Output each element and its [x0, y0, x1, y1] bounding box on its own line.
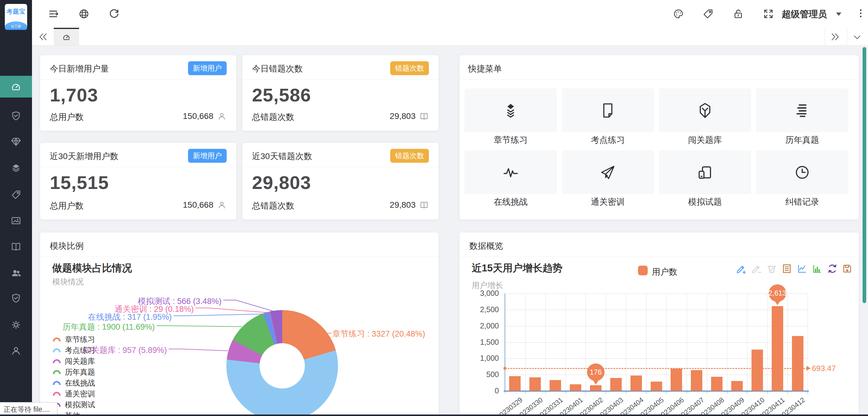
- quick-menu-item-chuangguan[interactable]: [659, 88, 751, 132]
- sidebar-item-profile[interactable]: [0, 340, 32, 362]
- quick-menu-item-tiaozhan[interactable]: [464, 150, 557, 194]
- x-axis-tick: [586, 391, 586, 394]
- users-icon: [10, 267, 22, 279]
- sidebar-item-settings[interactable]: [0, 314, 32, 336]
- footer-value: 150,668: [183, 111, 213, 121]
- legend-label: 章节练习: [65, 334, 95, 345]
- stat-card-30d-errors: 近30天错题次数 错题次数 29,803 总错题次数 29,803: [242, 143, 438, 219]
- legend-item[interactable]: 模拟测试: [53, 399, 95, 410]
- quick-menu-label: 纠错记录: [756, 196, 848, 208]
- refresh-icon[interactable]: [108, 8, 120, 20]
- bar-chart: 05001,0001,5002,0002,5003,00020230329202…: [460, 233, 859, 416]
- quick-menu-item-jiucuo[interactable]: [756, 150, 848, 194]
- legend-item[interactable]: 历年真题: [53, 366, 95, 377]
- pie-chart-title: 做题模块占比情况: [52, 262, 132, 275]
- quick-menu-item-chapter[interactable]: [464, 88, 557, 132]
- bar[interactable]: [711, 377, 722, 391]
- bar[interactable]: [691, 370, 702, 391]
- legend-item[interactable]: 章节练习: [53, 334, 95, 345]
- bar[interactable]: [731, 381, 743, 391]
- legend-label: 在线挑战: [65, 378, 95, 388]
- bar[interactable]: [651, 382, 662, 391]
- gridline-v: [808, 293, 808, 391]
- footer-label: 总错题次数: [252, 200, 294, 212]
- legend-label: 闯关题库: [65, 356, 95, 366]
- gridline-v: [586, 293, 586, 391]
- card-title: 近30天错题次数: [252, 151, 312, 162]
- paper-plane-icon: [599, 164, 617, 181]
- sidebar-item-shield-2[interactable]: [0, 288, 32, 309]
- bar[interactable]: [509, 376, 521, 391]
- browser-status-tooltip: 正在等待 file....: [0, 402, 57, 416]
- sidebar-item-shield-1[interactable]: [0, 105, 32, 127]
- sidebar-item-book[interactable]: [0, 236, 32, 258]
- image-icon: [10, 215, 22, 227]
- caret-down-icon[interactable]: [835, 10, 843, 18]
- app-logo[interactable]: 考题宝 社工师: [5, 4, 27, 30]
- bar[interactable]: [751, 350, 763, 391]
- status-badge: 新增用户: [188, 61, 227, 75]
- bar[interactable]: [570, 384, 581, 391]
- bar[interactable]: [550, 380, 561, 391]
- vertical-scrollbar[interactable]: [863, 47, 866, 303]
- donut-hole: [259, 343, 305, 389]
- tabs-scroll-right-icon[interactable]: [830, 32, 840, 42]
- bar[interactable]: [772, 306, 783, 391]
- bar[interactable]: [671, 368, 682, 391]
- sidebar-item-dashboard[interactable]: [0, 76, 32, 97]
- collapse-menu-icon[interactable]: [48, 8, 60, 20]
- quick-menu-item-mixun[interactable]: [562, 150, 654, 194]
- bar[interactable]: [610, 378, 622, 391]
- footer-value: 150,668: [183, 200, 213, 210]
- quick-menu-item-kaodian[interactable]: [562, 88, 654, 132]
- gridline-v: [747, 293, 747, 391]
- tab-dashboard[interactable]: [54, 28, 79, 45]
- card-title: 模块比例: [50, 240, 84, 252]
- x-axis-tick: [525, 391, 525, 394]
- footer-label: 总错题次数: [252, 111, 294, 123]
- palette-icon[interactable]: [673, 8, 684, 20]
- quick-menu-item-zhenti[interactable]: [756, 88, 848, 132]
- layers-icon: [502, 102, 519, 119]
- sidebar-item-tag[interactable]: [0, 184, 32, 206]
- sidebar-item-users[interactable]: [0, 262, 32, 284]
- tag-icon: [10, 189, 22, 201]
- legend-item[interactable]: 在线挑战: [53, 377, 95, 388]
- average-line-arrow: [806, 366, 811, 371]
- user-menu[interactable]: 超级管理员: [782, 8, 827, 21]
- x-axis-tick: [767, 391, 768, 394]
- shield-check-icon: [10, 110, 22, 122]
- pie-callout-label: 闯关题库 : 957 (5.89%): [83, 345, 167, 356]
- sidebar-item-layers[interactable]: [0, 157, 32, 179]
- legend-item[interactable]: 考点练习: [53, 345, 95, 356]
- sidebar-item-diamond[interactable]: [0, 131, 32, 152]
- gridline-v: [727, 293, 727, 391]
- card-title: 今日错题次数: [252, 63, 303, 75]
- tag-icon[interactable]: [702, 8, 714, 20]
- globe-icon[interactable]: [78, 8, 90, 20]
- pulse-icon: [502, 164, 519, 181]
- separator: [847, 28, 847, 45]
- bar[interactable]: [630, 376, 642, 391]
- quick-menu-item-moni[interactable]: [659, 150, 751, 194]
- tabs-menu-chevron-icon[interactable]: [852, 32, 862, 42]
- bar[interactable]: [792, 336, 803, 391]
- y-axis-tick: 0: [469, 386, 499, 395]
- legend-item[interactable]: 通关密训: [53, 388, 95, 399]
- legend-marker: [53, 381, 61, 385]
- lock-icon[interactable]: [732, 8, 744, 20]
- y-axis-line: [505, 293, 505, 391]
- tabs-scroll-left-icon[interactable]: [38, 32, 48, 42]
- average-line: [505, 368, 808, 369]
- fullscreen-icon[interactable]: [763, 8, 774, 20]
- quick-menu-label: 模拟试题: [659, 196, 751, 208]
- legend-item[interactable]: 闯关题库: [53, 356, 95, 366]
- x-axis-tick: [808, 391, 808, 394]
- more-dots-icon[interactable]: [855, 8, 866, 20]
- sidebar-item-image[interactable]: [0, 210, 32, 232]
- topbar: 超级管理员: [32, 0, 868, 28]
- devices-icon: [696, 164, 714, 181]
- bar[interactable]: [529, 377, 541, 391]
- x-axis-tick: [626, 391, 626, 394]
- separator: [825, 28, 825, 45]
